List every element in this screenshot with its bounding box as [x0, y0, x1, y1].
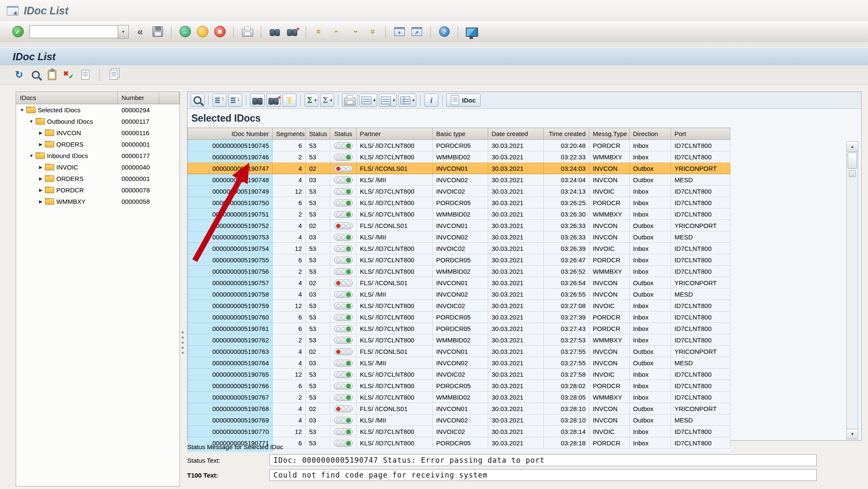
idoc-row-0000000005190750[interactable]: 0000000005190750653KLS/ /ID7CLNT800PORDC…: [188, 197, 730, 208]
idoc-row-0000000005190759[interactable]: 00000000051907591253KLS/ /ID7CLNT800INVO…: [188, 300, 730, 311]
cancel-button[interactable]: ✖: [212, 24, 227, 40]
tree-item-invoic-5[interactable]: ▶INVOIC00000040: [16, 161, 180, 173]
sort-desc-button[interactable]: ↓: [228, 94, 242, 107]
info-button[interactable]: i: [424, 94, 438, 107]
idoc-row-0000000005190747-selected[interactable]: 0000000005190747402FLS/ /ICONLS01INVCON0…: [188, 163, 730, 174]
expand-node-icon[interactable]: ▶: [37, 188, 44, 192]
print-grid-button[interactable]: [342, 94, 358, 107]
gui-settings-button[interactable]: [464, 24, 479, 40]
enter-button[interactable]: ✓: [10, 24, 25, 40]
tree-item-invcon-2[interactable]: ▶INVCON00000116: [16, 127, 180, 139]
tree-item-orders-6[interactable]: ▶ORDERS00000001: [16, 173, 180, 184]
idoc-row-0000000005190745[interactable]: 0000000005190745653KLS/ /ID7CLNT800PORDC…: [188, 140, 730, 151]
idoc-row-0000000005190762[interactable]: 0000000005190762253KLS/ /ID7CLNT800WMMBI…: [188, 334, 730, 346]
find-button[interactable]: [267, 24, 282, 40]
col-header-10-port[interactable]: Port: [671, 128, 730, 140]
idoc-row-0000000005190765[interactable]: 00000000051907651253KLS/ /ID7CLNT800INVO…: [188, 369, 730, 380]
idoc-row-0000000005190761[interactable]: 0000000005190761653KLS/ /ID7CLNT800PORDC…: [188, 323, 730, 334]
idoc-row-0000000005190748[interactable]: 0000000005190748403KLS/ /MIIINVCON0230.0…: [188, 174, 730, 186]
col-header-8-messg-type[interactable]: Messg.Type: [589, 128, 630, 140]
col-header-9-direction[interactable]: Direction: [630, 128, 671, 140]
details-button[interactable]: [191, 94, 205, 107]
refresh-button[interactable]: ↻: [13, 68, 25, 82]
expand-node-icon[interactable]: ▶: [37, 176, 44, 181]
expand-node-icon[interactable]: ▶: [37, 131, 44, 135]
tree-item-inbound-idocs-4[interactable]: ▼Inbound IDocs00000177: [16, 150, 180, 161]
scrollbar-track[interactable]: [847, 178, 858, 429]
panel-splitter[interactable]: [181, 331, 185, 358]
export-button[interactable]: ▾: [379, 94, 397, 107]
idoc-row-0000000005190769[interactable]: 0000000005190769403KLS/ /MIIINVCON0230.0…: [188, 414, 730, 426]
save-button[interactable]: [150, 24, 165, 40]
idoc-row-0000000005190764[interactable]: 0000000005190764403KLS/ /MIIINVCON0230.0…: [188, 357, 730, 369]
layout-button[interactable]: ▾: [398, 94, 416, 107]
new-session-button[interactable]: +: [392, 24, 407, 40]
display-doc-button[interactable]: [79, 68, 91, 82]
collapse-node-icon[interactable]: ▼: [28, 119, 35, 124]
tree-item-wmmbxy-8[interactable]: ▶WMMBXY00000058: [16, 196, 180, 207]
idoc-row-0000000005190753[interactable]: 0000000005190753403KLS/ /MIIINVCON0230.0…: [188, 231, 730, 243]
idoc-row-0000000005190755[interactable]: 0000000005190755653KLS/ /ID7CLNT800PORDC…: [188, 254, 730, 266]
views-button[interactable]: ▾: [359, 94, 377, 107]
col-header-3-status[interactable]: Status: [330, 128, 357, 140]
col-header-7-time-created[interactable]: Time created: [544, 128, 589, 140]
scroll-down-icon[interactable]: ▼: [847, 429, 858, 439]
copy-table-button[interactable]: [107, 68, 120, 82]
tree-item-orders-3[interactable]: ▶ORDERS00000001: [16, 139, 180, 150]
filter-button[interactable]: [282, 94, 296, 107]
tree-item-outbound-idocs-1[interactable]: ▼Outbound IDocs00000117: [16, 116, 180, 127]
col-header-5-basic-type[interactable]: Basic type: [433, 128, 488, 140]
idoc-row-0000000005190763[interactable]: 0000000005190763402FLS/ /ICONLS01INVCON0…: [188, 346, 730, 357]
idoc-row-0000000005190766[interactable]: 0000000005190766653KLS/ /ID7CLNT800PORDC…: [188, 380, 730, 392]
tree-item-selected-idocs-0[interactable]: ▼Selected IDocs00000294: [16, 104, 180, 116]
idoc-row-0000000005190754[interactable]: 00000000051907541253KLS/ /ID7CLNT800INVO…: [188, 243, 730, 254]
command-dropdown-button[interactable]: ▼: [118, 25, 129, 39]
idoc-row-0000000005190758[interactable]: 0000000005190758403KLS/ /MIIINVCON0230.0…: [188, 289, 730, 300]
expand-node-icon[interactable]: ▶: [37, 142, 44, 147]
idoc-button[interactable]: IDoc: [446, 94, 481, 107]
idoc-row-0000000005190751[interactable]: 0000000005190751253KLS/ /ID7CLNT800WMMBI…: [188, 208, 730, 220]
idoc-row-0000000005190770[interactable]: 00000000051907701253KLS/ /ID7CLNT800INVO…: [188, 426, 730, 437]
clipboard-button[interactable]: [46, 68, 58, 82]
collapse-button[interactable]: «: [133, 24, 148, 40]
expand-node-icon[interactable]: ▶: [37, 165, 44, 169]
exit-button[interactable]: ↑: [195, 24, 210, 40]
scrollbar-thumb[interactable]: [848, 153, 857, 169]
col-header-6-date-created[interactable]: Date created: [488, 128, 544, 140]
vertical-scrollbar[interactable]: ▲ ▼: [846, 141, 858, 439]
collapse-node-icon[interactable]: ▼: [28, 153, 35, 158]
idoc-row-0000000005190768[interactable]: 0000000005190768402FLS/ /ICONLS01INVCON0…: [188, 403, 730, 414]
page-down-button[interactable]: ‹: [347, 24, 362, 40]
idoc-row-0000000005190756[interactable]: 0000000005190756253KLS/ /ID7CLNT800WMMBI…: [188, 266, 730, 277]
display-idoc-button[interactable]: [29, 68, 42, 82]
idoc-row-0000000005190752[interactable]: 0000000005190752402FLS/ /ICONLS01INVCON0…: [188, 220, 730, 231]
command-input[interactable]: [29, 25, 118, 38]
col-header-4-partner[interactable]: Partner: [357, 128, 433, 140]
col-header-2-status[interactable]: Status: [306, 128, 330, 140]
expand-node-icon[interactable]: ▶: [37, 199, 44, 204]
scroll-up-icon[interactable]: ▲: [847, 142, 858, 152]
sort-asc-button[interactable]: ↑: [213, 94, 227, 107]
last-page-button[interactable]: «: [364, 24, 379, 40]
idoc-row-0000000005190757[interactable]: 0000000005190757402FLS/ /ICONLS01INVCON0…: [188, 277, 730, 289]
idoc-row-0000000005190746[interactable]: 0000000005190746253KLS/ /ID7CLNT800WMMBI…: [188, 151, 730, 163]
col-header-1-segments[interactable]: Segments: [273, 128, 306, 140]
find-button[interactable]: [250, 94, 265, 107]
sum-button[interactable]: Σ▾: [304, 94, 318, 107]
print-button[interactable]: [240, 24, 255, 40]
tree-item-pordcr-7[interactable]: ▶PORDCR00000078: [16, 184, 180, 196]
page-up-button[interactable]: ‹: [329, 24, 345, 40]
idoc-row-0000000005190767[interactable]: 0000000005190767253KLS/ /ID7CLNT800WMMBI…: [188, 392, 730, 403]
subtotals-button[interactable]: Σ▾: [320, 94, 334, 107]
idoc-row-0000000005190749[interactable]: 00000000051907491253KLS/ /ID7CLNT800INVO…: [188, 186, 730, 197]
col-header-0-idoc-number[interactable]: IDoc Number: [188, 128, 273, 140]
find-next-button[interactable]: +: [266, 94, 281, 107]
idoc-row-0000000005190760[interactable]: 0000000005190760653KLS/ /ID7CLNT800PORDC…: [188, 311, 730, 323]
first-page-button[interactable]: «: [312, 24, 327, 40]
create-shortcut-button[interactable]: ↗: [409, 24, 424, 40]
collapse-node-icon[interactable]: ▼: [19, 108, 25, 112]
back-button[interactable]: ←: [177, 24, 193, 40]
help-button[interactable]: ?: [437, 24, 452, 40]
check-idoc-button[interactable]: ✖✓: [62, 68, 75, 82]
find-next-button[interactable]: +: [285, 24, 300, 40]
